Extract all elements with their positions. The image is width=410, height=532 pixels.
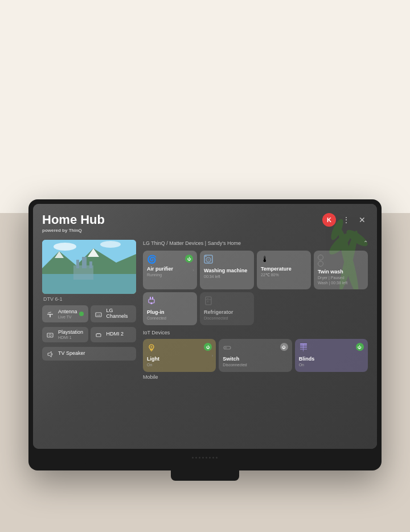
switch-name: Switch bbox=[223, 356, 288, 362]
plugin-name: Plug-in bbox=[147, 309, 193, 316]
soundbar-dot bbox=[216, 457, 218, 459]
washing-machine-status: 00:34 left bbox=[204, 274, 250, 279]
blinds-status: On bbox=[299, 362, 364, 367]
soundbar-dot bbox=[212, 457, 214, 459]
soundbar-area bbox=[33, 451, 377, 464]
device-card-washing-machine[interactable]: Washing machine 00:34 left bbox=[200, 251, 254, 289]
antenna-sublabel: Live TV bbox=[58, 315, 77, 319]
hub-main-layout: DTV 6-1 bbox=[42, 240, 368, 380]
svg-rect-28 bbox=[96, 334, 101, 337]
source-row-1: Antenna Live TV LG bbox=[42, 305, 136, 325]
hub-title-area: Home Hub powered by ThinQ bbox=[42, 213, 105, 233]
soundbar-dot bbox=[199, 457, 200, 459]
light-card-header: ⏻ bbox=[147, 343, 212, 354]
close-button[interactable]: ✕ bbox=[356, 214, 368, 226]
twin-wash-circle-2 bbox=[318, 261, 323, 267]
tv-thumbnail-image bbox=[42, 240, 136, 294]
antenna-active-badge bbox=[79, 312, 84, 316]
svg-rect-17 bbox=[82, 257, 87, 268]
device-card-switch[interactable]: ⏻ Switch Disconnected bbox=[219, 339, 292, 372]
refrigerator-card-header bbox=[204, 296, 250, 307]
svg-rect-29 bbox=[97, 333, 100, 334]
tv-stand bbox=[171, 470, 239, 481]
temperature-status: 22℃ 80% bbox=[261, 272, 307, 277]
temperature-card-header: 🌡 bbox=[261, 255, 307, 264]
soundbar-dot bbox=[195, 457, 197, 459]
left-panel: DTV 6-1 bbox=[42, 240, 136, 380]
temperature-icon: 🌡 bbox=[261, 255, 269, 264]
light-status: On bbox=[147, 362, 212, 367]
switch-power-btn[interactable]: ⏻ bbox=[280, 343, 288, 351]
thinq-section-title: LG ThinQ / Matter Devices | Sandy's Home bbox=[143, 240, 241, 246]
device-card-blinds[interactable]: ⏻ Blinds On bbox=[295, 339, 368, 372]
washing-machine-card-header bbox=[204, 255, 250, 265]
plugin-card-header bbox=[147, 296, 193, 307]
svg-rect-21 bbox=[50, 314, 51, 317]
hdmi2-label: HDMI 2 bbox=[106, 332, 124, 337]
channel-label: DTV 6-1 bbox=[42, 296, 136, 302]
twin-wash-icon bbox=[318, 255, 323, 267]
twin-wash-circle-1 bbox=[318, 255, 323, 260]
svg-rect-37 bbox=[149, 299, 154, 303]
svg-point-33 bbox=[207, 259, 210, 261]
lg-channels-label: LG Channels bbox=[106, 308, 132, 320]
hub-subtitle: powered by ThinQ bbox=[42, 228, 105, 233]
switch-icon bbox=[223, 343, 232, 354]
twin-wash-card-header bbox=[318, 255, 364, 267]
lg-channels-icon: LG bbox=[95, 310, 103, 318]
tv-frame: Home Hub powered by ThinQ K ⋮ ✕ bbox=[28, 199, 382, 470]
svg-point-27 bbox=[49, 334, 51, 337]
svg-rect-26 bbox=[47, 333, 53, 337]
refrigerator-status: Disconnected bbox=[204, 316, 250, 321]
device-card-plugin[interactable]: Plug-in Connected bbox=[143, 292, 197, 325]
device-card-light[interactable]: ⏻ Light On bbox=[143, 339, 216, 372]
soundbar-dot bbox=[206, 457, 207, 459]
playstation-icon bbox=[47, 330, 55, 338]
soundbar-dot bbox=[192, 457, 194, 459]
playstation-sublabel: HDMI 1 bbox=[58, 335, 83, 339]
playstation-label: Playstation bbox=[58, 330, 83, 335]
source-tv-speaker[interactable]: TV Speaker bbox=[42, 347, 136, 361]
antenna-label: Antenna bbox=[58, 309, 77, 315]
air-purifier-icon: 🌀 bbox=[147, 255, 157, 264]
air-purifier-card-header: 🌀 ⏻ bbox=[147, 255, 193, 264]
hub-subtitle-brand: ThinQ bbox=[69, 228, 82, 233]
light-power-btn[interactable]: ⏻ bbox=[204, 343, 212, 351]
device-card-air-purifier[interactable]: 🌀 ⏻ Air purifier Running bbox=[143, 251, 197, 289]
svg-rect-53 bbox=[303, 343, 304, 351]
washing-machine-name: Washing machine bbox=[204, 268, 250, 274]
speaker-icon bbox=[47, 350, 55, 358]
source-playstation[interactable]: Playstation HDMI 1 bbox=[42, 327, 88, 342]
device-card-twin-wash[interactable]: Twin wash Dryer | PausedWash | 00:38 lef… bbox=[314, 251, 368, 289]
thinq-collapse-button[interactable]: ⌃ bbox=[363, 240, 368, 246]
device-card-temperature[interactable]: 🌡 Temperature 22℃ 80% bbox=[257, 251, 311, 289]
blinds-power-btn[interactable]: ⏻ bbox=[356, 343, 364, 351]
svg-rect-22 bbox=[47, 314, 53, 315]
hdmi2-icon bbox=[95, 330, 103, 338]
antenna-icon bbox=[47, 310, 55, 318]
soundbar bbox=[85, 451, 326, 464]
hub-header: Home Hub powered by ThinQ K ⋮ ✕ bbox=[42, 213, 368, 233]
switch-status: Disconnected bbox=[223, 362, 288, 367]
tv-thumbnail[interactable] bbox=[42, 240, 136, 294]
soundbar-dot bbox=[202, 457, 204, 459]
device-card-refrigerator[interactable]: Refrigerator Disconnected bbox=[200, 292, 254, 325]
air-purifier-status: Running bbox=[147, 272, 193, 277]
svg-rect-23 bbox=[48, 312, 51, 313]
avatar-button[interactable]: K bbox=[322, 213, 336, 227]
refrigerator-icon bbox=[204, 296, 213, 307]
svg-rect-16 bbox=[76, 260, 79, 268]
mobile-section-title: Mobile bbox=[143, 374, 368, 380]
air-purifier-name: Air purifier bbox=[147, 266, 193, 272]
right-panel: LG ThinQ / Matter Devices | Sandy's Home… bbox=[143, 240, 368, 380]
iot-device-grid: ⏻ Light On bbox=[143, 339, 368, 372]
source-antenna[interactable]: Antenna Live TV bbox=[42, 305, 88, 322]
twin-wash-name: Twin wash bbox=[318, 269, 364, 275]
svg-point-46 bbox=[150, 346, 153, 348]
source-hdmi2[interactable]: HDMI 2 bbox=[91, 327, 137, 342]
more-options-button[interactable]: ⋮ bbox=[341, 214, 352, 226]
washing-machine-icon bbox=[204, 255, 213, 265]
source-lg-channels[interactable]: LG LG Channels bbox=[91, 305, 137, 322]
air-purifier-power-btn[interactable]: ⏻ bbox=[185, 255, 193, 263]
svg-marker-30 bbox=[48, 351, 51, 357]
